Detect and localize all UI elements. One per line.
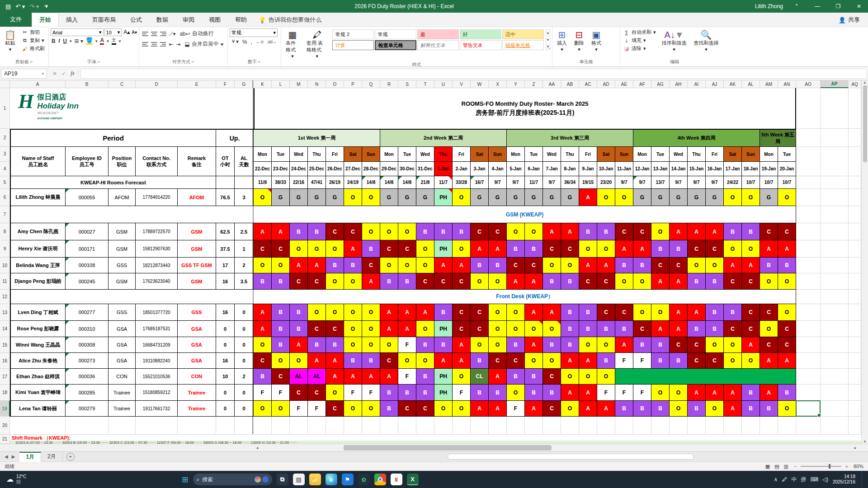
- cell-style-chip[interactable]: 解释性文本: [417, 40, 459, 50]
- staff-al[interactable]: 2: [235, 258, 254, 273]
- empty-cell[interactable]: [579, 417, 597, 435]
- cell-style-chip[interactable]: 常规 2: [332, 29, 374, 39]
- shift-cell[interactable]: C: [561, 240, 579, 258]
- scroll-down-icon[interactable]: ▼: [862, 440, 868, 444]
- shift-cell[interactable]: B: [597, 353, 615, 369]
- shift-cell[interactable]: A: [308, 258, 326, 273]
- shift-cell[interactable]: A: [543, 304, 561, 321]
- row-header-10[interactable]: 10: [0, 258, 10, 273]
- forecast-cell[interactable]: 9/7: [615, 176, 633, 189]
- shift-cell[interactable]: C: [688, 240, 706, 258]
- shift-cell[interactable]: A: [778, 240, 796, 258]
- cell-style-chip[interactable]: 差: [417, 29, 459, 39]
- staff-remark[interactable]: GSM: [178, 223, 216, 240]
- shift-cell[interactable]: B: [597, 321, 615, 337]
- row-header-20[interactable]: 20: [0, 417, 10, 435]
- shift-cell[interactable]: A: [453, 337, 471, 353]
- shift-cell[interactable]: O: [308, 240, 326, 258]
- comma-icon[interactable]: ,: [251, 39, 252, 45]
- cell-style-chip[interactable]: 常规: [375, 29, 416, 39]
- shift-cell[interactable]: PH: [434, 240, 453, 258]
- shift-cell[interactable]: A: [724, 401, 742, 417]
- staff-al[interactable]: 0: [235, 353, 254, 369]
- staff-position[interactable]: AFOM: [108, 189, 136, 206]
- shift-cell[interactable]: O: [453, 240, 471, 258]
- staff-employee-id[interactable]: 000308: [66, 337, 108, 353]
- staff-ot[interactable]: 0: [216, 337, 235, 353]
- empty-cell[interactable]: [362, 417, 380, 435]
- decrease-indent-icon[interactable]: ⇤: [169, 41, 173, 47]
- shift-cell[interactable]: C: [778, 321, 796, 337]
- ribbon-tab-视图[interactable]: 视图: [202, 13, 228, 27]
- staff-name[interactable]: Lilith Zhong 钟晨晨: [10, 189, 66, 206]
- conditional-formatting-button[interactable]: ▦条件格式▾: [283, 28, 302, 61]
- cell-style-chip[interactable]: 计算: [332, 40, 374, 50]
- shift-cell[interactable]: A: [742, 258, 760, 273]
- shift-cell[interactable]: O: [344, 337, 362, 353]
- date-header[interactable]: 20-Jan: [778, 162, 796, 176]
- shift-cell[interactable]: O: [453, 189, 471, 206]
- shift-cell[interactable]: O: [344, 321, 362, 337]
- roster-title-cell[interactable]: ROOMS-FO Monthly Duty Roster- March 2025…: [254, 88, 796, 129]
- shift-cell[interactable]: G: [471, 189, 489, 206]
- shift-cell[interactable]: C: [525, 258, 543, 273]
- staff-ot[interactable]: 16: [216, 353, 235, 369]
- shift-cell[interactable]: C: [760, 223, 778, 240]
- shift-cell[interactable]: A: [651, 273, 670, 290]
- shift-cell[interactable]: C: [380, 353, 398, 369]
- empty-cell[interactable]: [471, 417, 489, 435]
- grow-font-icon[interactable]: A▴: [123, 28, 131, 36]
- shift-cell[interactable]: C: [543, 401, 561, 417]
- empty-cell[interactable]: [597, 417, 615, 435]
- fill-color-icon[interactable]: 🪣: [86, 37, 93, 45]
- column-header-AJ[interactable]: AJ: [706, 80, 724, 88]
- shift-cell[interactable]: A: [398, 304, 416, 321]
- row-header-3-4[interactable]: 34: [0, 147, 10, 176]
- shift-cell[interactable]: O: [543, 321, 561, 337]
- find-select-button[interactable]: 🔍查找和选择▾: [691, 28, 722, 54]
- align-center-icon[interactable]: [151, 41, 157, 47]
- empty-cell[interactable]: [796, 273, 821, 290]
- column-header-K[interactable]: K: [254, 80, 272, 88]
- date-header[interactable]: 1-Jan: [434, 162, 453, 176]
- pen-icon[interactable]: 🖉: [782, 476, 787, 483]
- shift-cell[interactable]: O: [724, 189, 742, 206]
- shift-cell[interactable]: O: [778, 189, 796, 206]
- shift-cell[interactable]: B: [543, 337, 561, 353]
- shift-cell[interactable]: B: [670, 353, 688, 369]
- shift-cell[interactable]: B: [651, 353, 670, 369]
- shift-cell[interactable]: C: [471, 321, 489, 337]
- shift-cell[interactable]: A: [362, 369, 380, 385]
- insert-function-icon[interactable]: fx: [71, 70, 75, 77]
- shift-cell[interactable]: B: [561, 273, 579, 290]
- date-header[interactable]: 15-Jan: [688, 162, 706, 176]
- empty-cell[interactable]: [821, 353, 849, 369]
- shift-cell[interactable]: G: [561, 189, 579, 206]
- shift-cell[interactable]: O: [453, 401, 471, 417]
- shift-cell[interactable]: O: [706, 337, 724, 353]
- empty-cell[interactable]: [849, 321, 861, 337]
- shift-cell[interactable]: O: [416, 353, 434, 369]
- scroll-right-icon[interactable]: ►: [852, 445, 859, 451]
- shift-cell[interactable]: O: [760, 321, 778, 337]
- shift-cell[interactable]: G: [507, 189, 525, 206]
- staff-al[interactable]: 2.5: [235, 223, 254, 240]
- vertical-scrollbar[interactable]: ▲ ▼: [861, 80, 868, 444]
- staff-ot[interactable]: 0: [216, 385, 235, 401]
- shift-cell[interactable]: O: [380, 337, 398, 353]
- show-desktop-button[interactable]: [862, 471, 863, 488]
- day-header[interactable]: Mon: [380, 147, 398, 162]
- undo-icon[interactable]: ↶ ▾: [15, 3, 25, 10]
- shift-cell[interactable]: A: [543, 223, 561, 240]
- week-header[interactable]: 2nd Week 第二周: [380, 129, 507, 147]
- empty-cell[interactable]: [849, 223, 861, 240]
- shift-cell[interactable]: A: [290, 337, 308, 353]
- shift-cell[interactable]: A: [561, 223, 579, 240]
- day-header[interactable]: Tue: [778, 147, 796, 162]
- shift-cell[interactable]: B: [398, 273, 416, 290]
- shift-cell[interactable]: O: [362, 304, 380, 321]
- ribbon-tab-文件[interactable]: 文件: [0, 12, 32, 27]
- microsoft-store-icon[interactable]: ⚑: [342, 474, 354, 485]
- shift-cell[interactable]: F: [453, 385, 471, 401]
- cell-style-chip[interactable]: 警告文本: [460, 40, 501, 50]
